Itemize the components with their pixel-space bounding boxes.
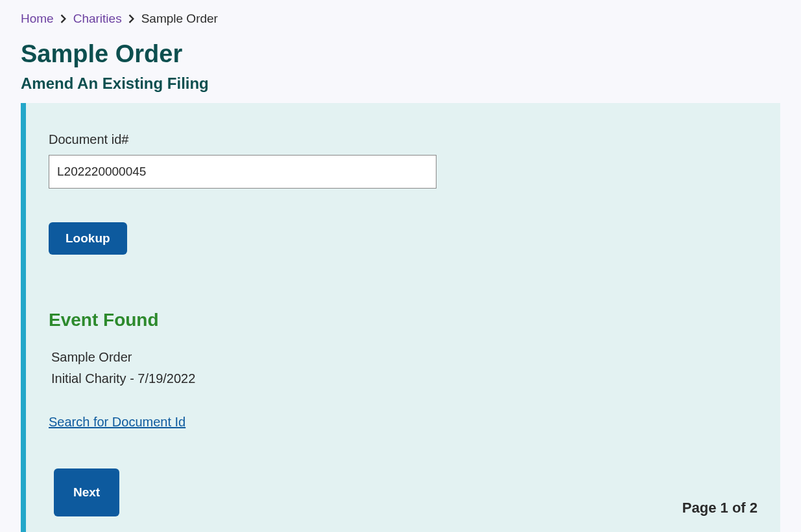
next-button[interactable]: Next — [54, 468, 119, 516]
lookup-button[interactable]: Lookup — [49, 222, 127, 255]
event-found-heading: Event Found — [49, 310, 758, 330]
document-id-label: Document id# — [49, 132, 758, 147]
breadcrumb: Home Charities Sample Order — [21, 12, 780, 26]
breadcrumb-charities-link[interactable]: Charities — [73, 12, 122, 26]
page-indicator: Page 1 of 2 — [682, 500, 758, 516]
chevron-right-icon — [60, 14, 67, 23]
document-id-input[interactable] — [49, 155, 436, 189]
event-line-2: Initial Charity - 7/19/2022 — [49, 371, 758, 386]
breadcrumb-home-link[interactable]: Home — [21, 12, 54, 26]
page-subtitle: Amend An Existing Filing — [21, 75, 780, 93]
chevron-right-icon — [128, 14, 135, 23]
form-panel: Document id# Lookup Event Found Sample O… — [21, 103, 780, 532]
breadcrumb-current: Sample Order — [141, 12, 218, 26]
page-title: Sample Order — [21, 40, 780, 68]
search-document-id-link[interactable]: Search for Document Id — [49, 415, 185, 430]
event-line-1: Sample Order — [49, 350, 758, 365]
